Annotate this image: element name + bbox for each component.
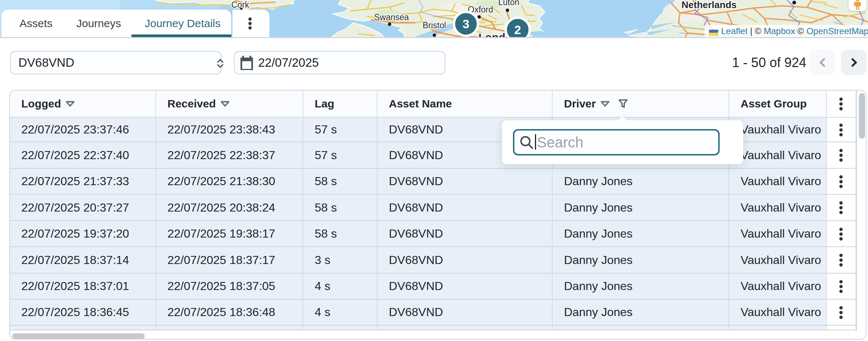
svg-text:Swansea: Swansea [374, 12, 409, 22]
svg-text:Bristol: Bristol [423, 21, 446, 30]
svg-text:Luton: Luton [498, 0, 520, 7]
svg-text:3: 3 [463, 17, 469, 31]
svg-text:Netherlands: Netherlands [681, 0, 737, 10]
svg-text:Cork: Cork [231, 0, 249, 10]
svg-text:2: 2 [514, 23, 521, 37]
